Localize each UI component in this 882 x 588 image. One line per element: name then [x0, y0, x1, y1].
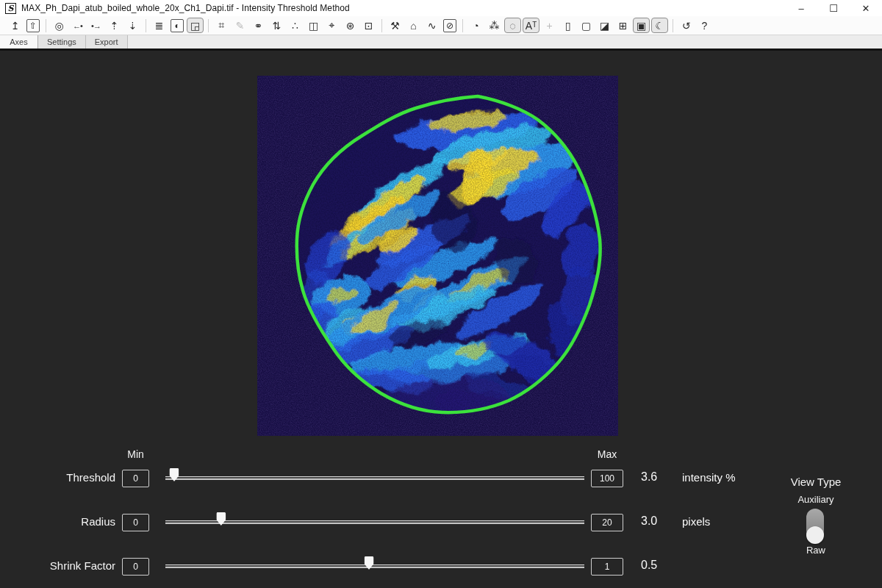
- shrink-factor-row: Shrink Factor 0.5: [0, 556, 882, 578]
- view-type-toggle[interactable]: [806, 509, 824, 543]
- threshold-slider[interactable]: [165, 476, 584, 481]
- shrink-factor-label: Shrink Factor: [0, 559, 115, 572]
- shrink-factor-value: 0.5: [641, 559, 678, 572]
- radius-slider-track[interactable]: [165, 520, 584, 524]
- adjust-tools-icon[interactable]: ⚒: [387, 18, 404, 33]
- scatter-points-icon[interactable]: ∴: [287, 18, 304, 33]
- radius-value: 3.0: [641, 514, 678, 528]
- radius-label: Radius: [0, 515, 115, 528]
- app-icon: S: [5, 3, 16, 14]
- explore-pan-icon[interactable]: ◎: [51, 18, 68, 33]
- threshold-label: Threshold: [0, 471, 115, 484]
- radius-min-input[interactable]: [122, 514, 149, 531]
- window-title: MAX_Ph_Dapi_atub_boiled_whole_20x_Ch1_Da…: [21, 3, 350, 13]
- title-bar: S MAX_Ph_Dapi_atub_boiled_whole_20x_Ch1_…: [0, 0, 882, 16]
- toolbar-separator: [46, 19, 46, 32]
- mask-outline-icon[interactable]: ⊡: [360, 18, 377, 33]
- radius-unit: pixels: [682, 515, 710, 528]
- crosshair-icon: +: [541, 18, 558, 33]
- tab-settings[interactable]: Settings: [38, 35, 86, 49]
- threshold-unit: intensity %: [682, 471, 736, 484]
- toolbar: ↥⇧◎←••→⇡⇣≣◐◲⌗✎⚭⇅∴◫⌖⊛⊡⚒⌂∿⊘◔⁂◌Aᵀ+▯▢◪⊞▣☾↺?: [0, 16, 882, 35]
- shrink-factor-slider[interactable]: [165, 564, 584, 569]
- maximize-button[interactable]: ☐: [817, 0, 850, 16]
- grid-icon[interactable]: ⊞: [614, 18, 631, 33]
- close-button[interactable]: ✕: [850, 0, 882, 16]
- threshold-slider-track[interactable]: [165, 476, 584, 480]
- split-view-icon[interactable]: ◫: [305, 18, 322, 33]
- next-view-icon[interactable]: •→: [87, 18, 104, 33]
- circle-slash-icon[interactable]: ⊘: [443, 19, 456, 32]
- threshold-controls: Min Max Threshold 3.6 intensity % Radius…: [0, 53, 882, 588]
- threshold-max-input[interactable]: [591, 470, 623, 487]
- image-icon[interactable]: ◪: [596, 18, 613, 33]
- channels-icon[interactable]: ⁂: [486, 18, 503, 33]
- dark-mode-icon[interactable]: ☾: [651, 18, 668, 33]
- waveform-icon[interactable]: ∿: [423, 18, 440, 33]
- link-icon[interactable]: ⚭: [250, 18, 267, 33]
- probe-tag-icon[interactable]: ⌂: [405, 18, 422, 33]
- tab-strip: AxesSettingsExport: [0, 35, 882, 51]
- contrast-icon[interactable]: ◐: [171, 19, 184, 32]
- inset-box-icon[interactable]: ▣: [633, 18, 650, 33]
- threshold-row: Threshold 3.6 intensity %: [0, 467, 882, 490]
- shrink-factor-max-input[interactable]: [591, 558, 623, 576]
- radius-slider[interactable]: [165, 520, 584, 525]
- shrink-factor-min-input[interactable]: [122, 558, 149, 576]
- pan-up-icon[interactable]: ⇡: [106, 18, 123, 33]
- reset-view-icon[interactable]: ↺: [678, 18, 695, 33]
- toolbar-separator: [381, 19, 382, 32]
- toolbar-separator: [673, 19, 673, 32]
- dashed-circle-roi-icon[interactable]: ◌: [504, 18, 521, 33]
- layers-icon[interactable]: ≣: [151, 18, 168, 33]
- threshold-value: 3.6: [641, 470, 678, 484]
- overlay-circles-icon[interactable]: ⊛: [342, 18, 359, 33]
- zoom-region-icon[interactable]: ⌖: [323, 18, 340, 33]
- previous-view-icon[interactable]: ←•: [69, 18, 86, 33]
- toolbar-separator: [146, 19, 146, 32]
- palette-icon[interactable]: ◔: [467, 18, 484, 33]
- threshold-min-input[interactable]: [122, 470, 149, 487]
- help-icon[interactable]: ?: [696, 18, 713, 33]
- toolbar-separator: [208, 19, 209, 32]
- panel-layout-icon[interactable]: ◲: [187, 18, 204, 33]
- export-figure-icon[interactable]: ⇧: [26, 19, 40, 32]
- radius-row: Radius 3.0 pixels: [0, 512, 882, 534]
- view-type-label: View Type: [764, 476, 867, 488]
- minimize-button[interactable]: –: [785, 0, 817, 16]
- view-type-raw-label: Raw: [764, 545, 867, 556]
- main-content: Min Max Threshold 3.6 intensity % Radius…: [0, 53, 882, 588]
- ruler-icon[interactable]: ▯: [559, 18, 576, 33]
- radius-max-input[interactable]: [591, 514, 623, 531]
- max-label: Max: [591, 448, 623, 460]
- selection-box-icon[interactable]: ▢: [578, 18, 595, 33]
- save-figure-icon[interactable]: ↥: [7, 18, 24, 33]
- min-label: Min: [122, 448, 149, 460]
- crop-icon[interactable]: ⌗: [213, 18, 230, 33]
- view-type-toggle-knob[interactable]: [806, 526, 824, 544]
- tab-axes[interactable]: Axes: [0, 35, 38, 49]
- draw-pencil-icon: ✎: [232, 18, 248, 33]
- shrink-factor-slider-track[interactable]: [165, 564, 584, 568]
- swap-axes-icon[interactable]: ⇅: [268, 18, 285, 33]
- view-type-auxiliary-label: Auxiliary: [764, 494, 867, 505]
- tab-export[interactable]: Export: [86, 35, 128, 49]
- toolbar-separator: [462, 19, 463, 32]
- pan-down-icon[interactable]: ⇣: [124, 18, 141, 33]
- text-style-icon[interactable]: Aᵀ: [523, 18, 539, 33]
